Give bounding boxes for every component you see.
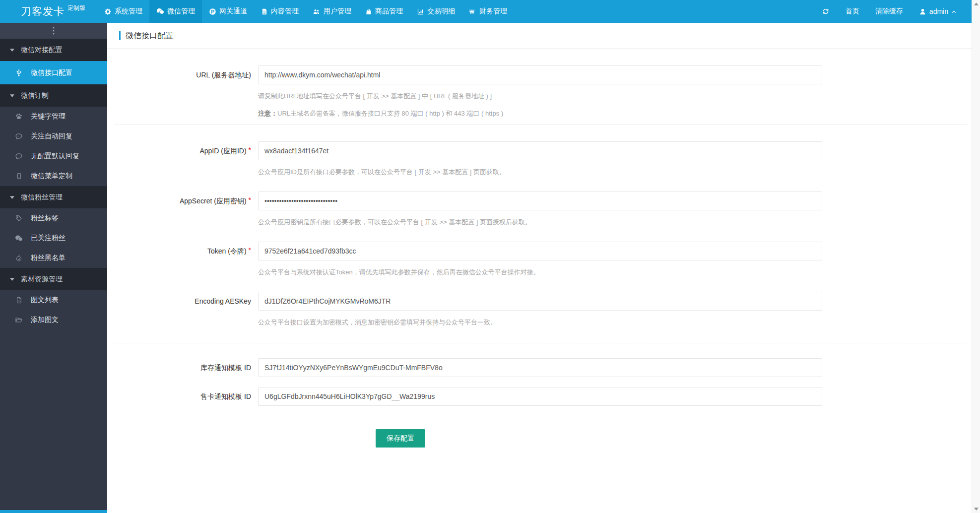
- paw-icon: [15, 113, 23, 121]
- token-input[interactable]: [258, 242, 822, 260]
- scrollbar[interactable]: [972, 0, 980, 513]
- nav-label: 网关通道: [219, 7, 247, 16]
- scroll-down-arrow-icon[interactable]: [972, 505, 980, 513]
- nav-item-transactions[interactable]: 交易明细: [410, 0, 462, 23]
- section-divider-dashed: [114, 343, 968, 343]
- sidebar-group-label: 微信订制: [21, 91, 49, 100]
- nav-item-wechat[interactable]: 微信管理: [149, 0, 202, 23]
- stock-template-input[interactable]: [258, 358, 822, 377]
- wechat-icon: [156, 7, 164, 15]
- form-row-aeskey: Encoding AESKey 公众号平台接口设置为加密模式，消息加密密钥必需填…: [107, 292, 972, 328]
- nav-item-goods[interactable]: 商品管理: [358, 0, 410, 23]
- nav-label: 交易明细: [427, 7, 455, 16]
- sidebar-item-label: 添加图文: [31, 316, 59, 324]
- form-row-token: Token (令牌)* 公众号平台与系统对接认证Token，请优先填写此参数并保…: [107, 242, 972, 278]
- caret-down-icon: [10, 195, 14, 199]
- token-hint: 公众号平台与系统对接认证Token，请优先填写此参数并保存，然后再在微信公众号平…: [258, 266, 822, 278]
- nav-item-content[interactable]: 内容管理: [254, 0, 306, 23]
- scroll-up-arrow-icon[interactable]: [972, 0, 980, 8]
- nav-label: 用户管理: [324, 7, 351, 16]
- nav-label: 商品管理: [375, 7, 403, 16]
- form-row-appid: AppID (应用ID)* 公众号应用ID是所有接口必要参数，可以在公众号平台 …: [107, 141, 972, 178]
- sidebar-group-wechat-custom[interactable]: 微信订制: [0, 84, 107, 107]
- main-content: 微信接口配置 URL (服务器地址) 请复制此URL地址填写在公众号平台 [ 开…: [107, 23, 972, 513]
- refresh-button[interactable]: [814, 0, 838, 23]
- stock-template-label: 库存通知模板 ID: [107, 358, 251, 377]
- gateway-p-icon: [209, 8, 216, 15]
- comment-dots-icon: [15, 152, 23, 160]
- sidebar-group-material-manage[interactable]: 素材资源管理: [0, 268, 107, 290]
- image-file-icon: [15, 296, 23, 304]
- form-actions: 保存配置: [107, 429, 972, 448]
- sidebar-item-label: 无配置默认回复: [31, 152, 79, 161]
- form-row-url: URL (服务器地址) 请复制此URL地址填写在公众号平台 [ 开发 >> 基本…: [107, 65, 972, 119]
- page-title: 微信接口配置: [119, 31, 173, 40]
- appid-input[interactable]: [258, 141, 822, 160]
- home-link[interactable]: 首页: [838, 0, 867, 23]
- appid-label: AppID (应用ID)*: [107, 141, 251, 178]
- sidebar-item-fan-blacklist[interactable]: 粉丝黑名单: [0, 248, 107, 268]
- sidebar-footer-strip: [0, 510, 107, 513]
- brand-badge: 定制版: [67, 4, 85, 12]
- sidebar-group-label: 微信粉丝管理: [21, 193, 63, 202]
- content-file-icon: [261, 8, 268, 15]
- chevron-up-icon: [951, 9, 957, 14]
- sidebar-item-wechat-api-config[interactable]: 微信接口配置: [0, 61, 107, 84]
- appsecret-input[interactable]: [258, 192, 822, 210]
- clear-cache-label: 清除缓存: [875, 7, 903, 16]
- form-row-card-template: 售卡通知模板 ID: [107, 387, 972, 406]
- user-menu[interactable]: admin: [911, 0, 965, 23]
- money-won-icon: [469, 8, 476, 15]
- nav-item-users[interactable]: 用户管理: [306, 0, 358, 23]
- usb-icon: [15, 68, 23, 77]
- appsecret-hint: 公众号应用密钥是所有接口必要参数，可以在公众号平台 [ 开发 >> 基本配置 ]…: [258, 216, 822, 228]
- sidebar-item-followed-fans[interactable]: 已关注粉丝: [0, 228, 107, 248]
- appid-hint: 公众号应用ID是所有接口必要参数，可以在公众号平台 [ 开发 >> 基本配置 ]…: [258, 166, 822, 178]
- aeskey-label: Encoding AESKey: [107, 292, 251, 328]
- nav-item-gateway[interactable]: 网关通道: [202, 0, 254, 23]
- mobile-icon: [15, 172, 23, 180]
- sidebar: 微信对接配置 微信接口配置 微信订制 关键字管理 关注自动回复 无配置默认回复 …: [0, 23, 107, 513]
- sidebar-item-label: 粉丝标签: [31, 214, 59, 223]
- main-nav: 系统管理 微信管理 网关通道 内容管理 用户管理 商品管理 交易明细 财务管理: [97, 0, 514, 23]
- required-mark: *: [249, 196, 251, 204]
- sidebar-group-fans-manage[interactable]: 微信粉丝管理: [0, 186, 107, 208]
- sidebar-item-label: 已关注粉丝: [31, 234, 65, 243]
- card-template-input[interactable]: [258, 387, 822, 406]
- sidebar-item-fan-tags[interactable]: 粉丝标签: [0, 208, 107, 228]
- ellipsis-v-icon: [53, 27, 55, 35]
- sidebar-item-article-list[interactable]: 图文列表: [0, 290, 107, 310]
- aeskey-input[interactable]: [258, 292, 822, 311]
- bar-chart-icon: [417, 8, 424, 15]
- nav-item-system[interactable]: 系统管理: [97, 0, 149, 23]
- sidebar-group-wechat-config[interactable]: 微信对接配置: [0, 39, 107, 61]
- save-config-button[interactable]: 保存配置: [376, 429, 425, 448]
- sidebar-group-label: 素材资源管理: [21, 275, 63, 284]
- page-header: 微信接口配置: [107, 23, 972, 49]
- sidebar-item-default-reply[interactable]: 无配置默认回复: [0, 146, 107, 166]
- nav-item-finance[interactable]: 财务管理: [462, 0, 514, 23]
- section-divider: [114, 124, 968, 125]
- required-mark: *: [249, 146, 251, 154]
- card-template-label: 售卡通知模板 ID: [107, 387, 251, 406]
- sidebar-item-keyword-manage[interactable]: 关键字管理: [0, 107, 107, 127]
- sidebar-group-label: 微信对接配置: [21, 46, 63, 55]
- brand-logo[interactable]: 刀客发卡 定制版: [0, 0, 97, 23]
- caret-down-icon: [10, 277, 14, 281]
- form-row-stock-template: 库存通知模板 ID: [107, 358, 972, 377]
- brand-title: 刀客发卡: [21, 4, 65, 18]
- aeskey-hint: 公众号平台接口设置为加密模式，消息加密密钥必需填写并保持与公众号平台一致。: [258, 317, 822, 328]
- sidebar-collapse-toggle[interactable]: [0, 23, 107, 39]
- sidebar-item-label: 关注自动回复: [31, 132, 72, 141]
- sidebar-item-add-article[interactable]: 添加图文: [0, 310, 107, 330]
- url-input[interactable]: [258, 65, 822, 84]
- caret-down-icon: [10, 48, 14, 52]
- blacklist-face-icon: [15, 254, 23, 262]
- sidebar-item-wechat-menu[interactable]: 微信菜单定制: [0, 166, 107, 186]
- clear-cache-link[interactable]: 清除缓存: [867, 0, 911, 23]
- sidebar-item-follow-auto-reply[interactable]: 关注自动回复: [0, 127, 107, 146]
- comment-dots-icon: [15, 132, 23, 140]
- sidebar-item-label: 微信接口配置: [31, 68, 72, 77]
- sidebar-item-label: 关键字管理: [31, 112, 65, 121]
- gear-icon: [104, 8, 112, 15]
